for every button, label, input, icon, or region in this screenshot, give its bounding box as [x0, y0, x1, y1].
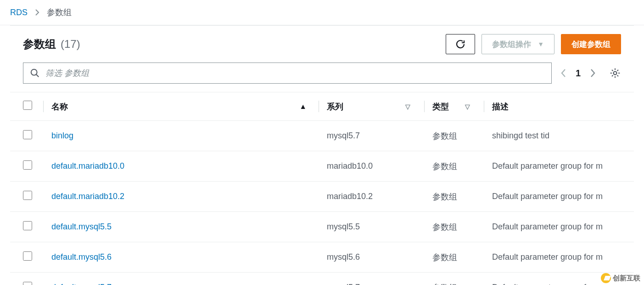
panel-title: 参数组 (17) — [23, 37, 80, 51]
table-row: binlogmysql5.7参数组shibingd test tid — [10, 121, 634, 151]
actions-dropdown-button[interactable]: 参数组操作 ▼ — [482, 34, 554, 54]
cell-desc: shibingd test tid — [484, 121, 634, 151]
cell-desc: Default parameter group for m — [484, 151, 634, 182]
sort-icon: ▽ — [405, 103, 410, 110]
page-prev-button[interactable] — [560, 68, 566, 78]
cell-desc: Default parameter group for m — [484, 212, 634, 242]
parameter-group-table: 名称 ▲ 系列 ▽ 类型 ▽ — [10, 92, 634, 285]
create-button-label: 创建参数组 — [571, 39, 610, 50]
sort-icon: ▽ — [465, 103, 470, 110]
caret-down-icon: ▼ — [538, 40, 544, 48]
panel-title-text: 参数组 — [23, 37, 56, 51]
cell-series: mariadb10.0 — [319, 151, 424, 182]
panel-header: 参数组 (17) 参数组操作 ▼ 创建参数组 — [10, 26, 634, 60]
table-row: default.mysql5.5mysql5.5参数组Default param… — [10, 212, 634, 242]
cell-desc: Default parameter group for m — [484, 182, 634, 212]
parameter-group-panel: 参数组 (17) 参数组操作 ▼ 创建参数组 — [10, 25, 634, 285]
cell-type: 参数组 — [424, 151, 484, 182]
refresh-icon — [455, 39, 466, 50]
cell-series: mysql5.6 — [319, 242, 424, 273]
cell-type: 参数组 — [424, 121, 484, 151]
cell-type: 参数组 — [424, 182, 484, 212]
column-series-label: 系列 — [327, 101, 343, 112]
row-checkbox[interactable] — [23, 251, 32, 261]
panel-title-count: (17) — [61, 38, 80, 51]
actions-dropdown-label: 参数组操作 — [492, 39, 531, 50]
cell-desc: Default parameter group for m — [484, 242, 634, 273]
search-input[interactable] — [45, 68, 545, 78]
parameter-group-name-link[interactable]: default.mysql5.5 — [51, 222, 112, 231]
page-next-button[interactable] — [590, 68, 596, 78]
row-checkbox[interactable] — [23, 221, 32, 230]
parameter-group-name-link[interactable]: default.mysql5.7 — [51, 283, 112, 285]
create-parameter-group-button[interactable]: 创建参数组 — [561, 34, 621, 54]
chevron-right-icon — [35, 9, 39, 16]
watermark-text: 创新互联 — [613, 274, 640, 283]
cell-series: mariadb10.2 — [319, 182, 424, 212]
column-header-desc[interactable]: 描述 — [484, 92, 634, 121]
cell-series: mysql5.7 — [319, 121, 424, 151]
column-desc-label: 描述 — [492, 101, 509, 112]
breadcrumb-current: 参数组 — [47, 7, 72, 18]
watermark: 创新互联 — [601, 273, 640, 283]
svg-point-0 — [31, 69, 37, 75]
column-type-label: 类型 — [432, 101, 449, 112]
table-row: default.mysql5.7mysql5.7参数组Default param… — [10, 273, 634, 285]
cell-type: 参数组 — [424, 273, 484, 285]
column-header-series[interactable]: 系列 ▽ — [319, 92, 424, 121]
row-checkbox[interactable] — [23, 160, 32, 170]
pager: 1 — [560, 68, 596, 79]
breadcrumb: RDS 参数组 — [0, 0, 644, 25]
column-header-type[interactable]: 类型 ▽ — [424, 92, 484, 121]
refresh-button[interactable] — [446, 34, 475, 54]
search-icon — [30, 68, 40, 78]
select-all-checkbox[interactable] — [23, 101, 32, 110]
svg-point-2 — [614, 72, 617, 75]
row-checkbox[interactable] — [23, 191, 32, 200]
row-checkbox[interactable] — [23, 130, 32, 139]
gear-icon — [609, 67, 621, 79]
column-name-label: 名称 — [51, 101, 68, 112]
cell-series: mysql5.5 — [319, 212, 424, 242]
table-row: default.mariadb10.0mariadb10.0参数组Default… — [10, 151, 634, 182]
cell-type: 参数组 — [424, 212, 484, 242]
row-checkbox[interactable] — [23, 282, 32, 285]
svg-line-1 — [36, 74, 39, 77]
page-number: 1 — [576, 68, 581, 79]
cell-series: mysql5.7 — [319, 273, 424, 285]
breadcrumb-root-link[interactable]: RDS — [10, 8, 28, 17]
table-row: default.mysql5.6mysql5.6参数组Default param… — [10, 242, 634, 273]
header-actions: 参数组操作 ▼ 创建参数组 — [446, 34, 621, 54]
column-header-name[interactable]: 名称 ▲ — [43, 92, 319, 121]
filter-row: 1 — [10, 60, 634, 92]
parameter-group-name-link[interactable]: default.mysql5.6 — [51, 252, 112, 262]
watermark-logo-icon — [601, 273, 611, 283]
search-wrapper[interactable] — [23, 63, 552, 84]
parameter-group-name-link[interactable]: default.mariadb10.0 — [51, 161, 124, 171]
sort-ascending-icon: ▲ — [299, 103, 307, 111]
settings-button[interactable] — [609, 67, 621, 79]
table-row: default.mariadb10.2mariadb10.2参数组Default… — [10, 182, 634, 212]
parameter-group-name-link[interactable]: default.mariadb10.2 — [51, 192, 124, 201]
parameter-group-name-link[interactable]: binlog — [51, 131, 73, 140]
cell-type: 参数组 — [424, 242, 484, 273]
